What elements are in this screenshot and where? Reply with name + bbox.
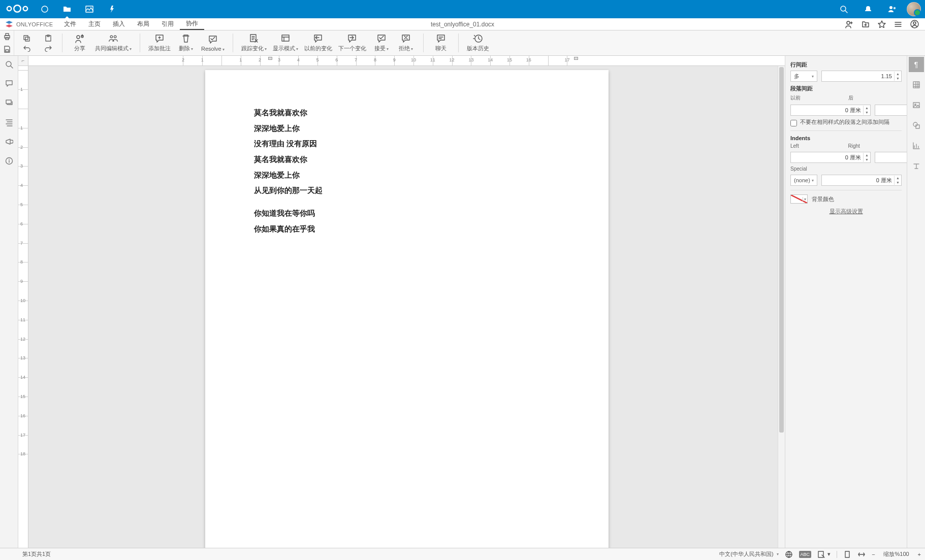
user-avatar[interactable] [907,2,921,16]
document-paragraph[interactable]: 莫名我就喜欢你 [254,155,560,164]
redo-icon[interactable] [42,43,55,53]
feedback-icon[interactable] [4,136,15,147]
rtab-chart-icon[interactable] [909,138,924,153]
advanced-settings-link[interactable]: 显示高级设置 [790,208,902,215]
tab-insert[interactable]: 插入 [107,18,131,30]
indent-left-input[interactable]: ▲▼ [790,152,871,163]
svg-rect-12 [6,34,9,36]
para-spacing-title: 段落间距 [790,85,902,92]
document-title: test_onlyoffice_01.docx [431,21,494,28]
nav-activity-icon[interactable] [102,0,122,18]
fit-page-icon[interactable] [843,550,851,558]
status-bar: 第1页共1页 中文(中华人民共和国) ABC ▾ − 缩放%100 + [0,548,925,560]
print-icon[interactable] [0,30,14,43]
nav-files-icon[interactable] [57,0,77,18]
svg-point-2 [23,7,27,11]
line-spacing-value[interactable]: ▲▼ [821,71,902,82]
delete-comment-button[interactable]: 删除 [175,34,197,52]
bgcolor-swatch[interactable]: ▾ [790,194,808,204]
document-paragraph[interactable]: 深深地爱上你 [254,124,560,133]
comments-icon[interactable] [4,78,15,89]
resolve-button[interactable]: Resolve [199,35,227,52]
document-paragraph[interactable]: 深深地爱上你 [254,171,560,180]
document-page[interactable]: 莫名我就喜欢你深深地爱上你没有理由 没有原因莫名我就喜欢你深深地爱上你从见到你的… [205,70,609,548]
spellcheck-icon[interactable]: ABC [799,551,812,558]
tab-file[interactable]: 文件 [58,18,82,30]
nextcloud-logo[interactable] [4,3,30,16]
find-icon[interactable] [4,59,15,70]
rtab-table-icon[interactable] [909,77,924,92]
accept-button[interactable]: 接受 [370,34,393,52]
svg-point-21 [110,36,113,38]
page-count[interactable]: 第1页共1页 [22,550,51,558]
chat-button[interactable]: 聊天 [430,34,452,52]
star-icon[interactable] [877,20,886,29]
display-mode-button[interactable]: 显示模式 [271,34,300,52]
document-paragraph[interactable]: 你如果真的在乎我 [254,225,560,234]
svg-rect-28 [913,82,919,88]
spacing-before-input[interactable]: ▲▼ [790,105,871,116]
special-value-input[interactable]: ▲▼ [821,175,902,186]
rtab-image-icon[interactable] [909,97,924,113]
next-change-button[interactable]: 下一个变化 [336,34,368,52]
svg-point-10 [913,22,916,24]
no-space-same-style-checkbox[interactable]: 不要在相同样式的段落之间添加间隔 [790,119,902,126]
set-lang-icon[interactable] [785,550,793,558]
language-select[interactable]: 中文(中华人民共和国) [719,550,778,558]
svg-point-3 [42,6,48,12]
svg-rect-35 [845,551,849,557]
indent-left-label: Left [790,143,844,149]
svg-point-1 [14,5,20,12]
zoom-out-icon[interactable]: − [872,551,875,557]
document-canvas[interactable]: 莫名我就喜欢你深深地爱上你没有理由 没有原因莫名我就喜欢你深深地爱上你从见到你的… [28,66,785,548]
track-changes-status-icon[interactable]: ▾ [817,550,831,558]
special-mode-select[interactable]: (none) [790,175,817,186]
paste-icon[interactable] [42,33,55,43]
document-paragraph[interactable]: 莫名我就喜欢你 [254,109,560,117]
reject-button[interactable]: 拒绝 [395,34,417,52]
rtab-textart-icon[interactable] [909,158,924,174]
track-changes-button[interactable]: 跟踪变化 [239,34,269,52]
tab-home[interactable]: 主页 [82,18,107,30]
add-user-icon[interactable] [845,20,854,29]
coedit-mode-button[interactable]: 共同编辑模式 [93,34,134,52]
document-paragraph[interactable]: 你知道我在等你吗 [254,209,560,218]
tab-layout[interactable]: 布局 [131,18,155,30]
headings-icon[interactable] [4,117,15,128]
share-button[interactable]: 分享 [69,34,91,52]
vertical-ruler[interactable]: 1123456789101112131415161718 [18,66,28,548]
tab-collaboration[interactable]: 协作 [180,18,204,30]
ruler-corner: ⌐ [18,56,28,66]
horizontal-ruler[interactable]: 211234567891011121314151617 [28,56,785,66]
zoom-value[interactable]: 缩放%100 [881,550,912,558]
chat-panel-icon[interactable] [4,97,15,109]
undo-icon[interactable] [20,43,34,53]
history-button[interactable]: 版本历史 [465,34,491,52]
vertical-scrollbar[interactable] [778,66,785,548]
save-icon[interactable] [0,43,14,56]
rtab-shape-icon[interactable] [909,118,924,133]
indents-title: Indents [790,135,902,141]
fit-width-icon[interactable] [857,550,866,558]
document-paragraph[interactable]: 从见到你的那一天起 [254,186,560,195]
menu-icon[interactable] [894,20,903,29]
prev-change-button[interactable]: 以前的变化 [302,34,334,52]
nav-dashboard-icon[interactable] [35,0,55,18]
contacts-icon[interactable] [882,0,903,18]
add-comment-button[interactable]: 添加批注 [146,34,173,52]
workspace: ⌐ 211234567891011121314151617 1123456789… [18,56,785,548]
tab-references[interactable]: 引用 [155,18,180,30]
document-paragraph[interactable]: 没有理由 没有原因 [254,140,560,148]
nav-photos-icon[interactable] [79,0,100,18]
rtab-paragraph-icon[interactable]: ¶ [909,57,924,72]
copy-icon[interactable] [20,33,34,43]
right-tabs: ¶ [907,56,925,548]
user-icon[interactable] [910,20,919,29]
search-icon[interactable] [834,0,854,18]
zoom-in-icon[interactable]: + [918,551,921,557]
open-folder-icon[interactable] [861,20,870,29]
notifications-icon[interactable] [858,0,878,18]
line-spacing-mode-select[interactable]: 多 [790,71,817,82]
info-icon[interactable] [4,155,15,167]
svg-point-0 [7,7,11,11]
